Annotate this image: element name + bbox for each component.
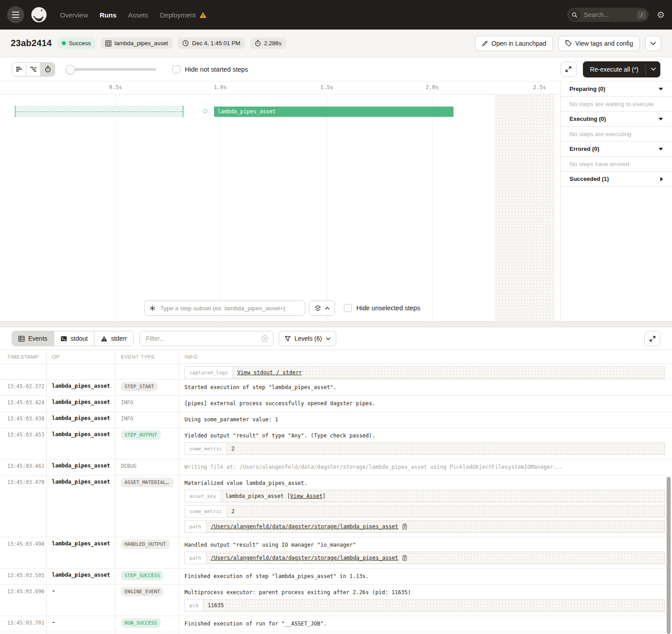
section-executing[interactable]: Executing (0) <box>561 111 672 127</box>
gantt-zoom-slider[interactable] <box>67 68 156 71</box>
log-event-type-cell: ASSET_MATERIALIZATION <box>116 476 179 537</box>
step-status-panel: Preparing (0) No steps are waiting to ex… <box>561 81 672 321</box>
bracket: ] <box>322 493 325 499</box>
tab-stderr[interactable]: stderr <box>94 331 133 346</box>
log-message: Materialized value lambda_pipes_asset. <box>184 479 665 487</box>
log-table-header: TIMESTAMP OP EVENT TYPE INFO <box>0 350 672 364</box>
status-badge[interactable]: Success <box>57 38 95 49</box>
log-info-cell: Handled output "result" using IO manager… <box>179 537 672 568</box>
checkbox-icon <box>172 65 180 73</box>
axis-tick: 2.0s <box>426 84 439 90</box>
log-timestamp: 13:45:03.696 <box>0 585 47 616</box>
global-search[interactable]: / <box>567 8 649 22</box>
caret-right-icon <box>660 177 663 181</box>
tab-stdout[interactable]: stdout <box>54 331 94 346</box>
stopwatch-icon <box>255 40 261 47</box>
gantt-footer-controls: Hide unselected steps <box>144 300 420 316</box>
metadata-key: pid <box>185 600 203 611</box>
start-time-tag: Dec 4, 1:45:01 PM <box>178 38 245 49</box>
metadata-value-text: 2 <box>231 446 235 452</box>
event-type-badge: HANDLED_OUTPUT <box>121 540 170 549</box>
slider-knob[interactable] <box>66 65 75 74</box>
tab-events[interactable]: Events <box>12 331 54 346</box>
logs-expand-button[interactable] <box>644 331 660 346</box>
log-op: - <box>47 632 116 634</box>
metadata-value-text[interactable]: /Users/alangenfeld/data/dagster/storage/… <box>211 555 398 561</box>
dagster-logo-icon[interactable] <box>30 6 47 23</box>
chevron-up-icon <box>325 307 330 310</box>
section-executing-body: No steps are executing <box>561 127 672 141</box>
hide-not-started-checkbox[interactable]: Hide not started steps <box>172 65 248 73</box>
metadata-value: View stdout / stderr <box>233 367 664 378</box>
run-actions-dropdown-button[interactable] <box>645 36 661 51</box>
log-message: Multiprocess executor: parent process ex… <box>184 588 665 596</box>
bracket: [ <box>284 493 290 499</box>
run-id: 23ab2414 <box>11 38 52 48</box>
graph-query-apply-button[interactable] <box>309 300 335 316</box>
log-filter-input[interactable] <box>145 334 261 343</box>
section-succeeded[interactable]: Succeeded (1) <box>561 171 672 187</box>
log-timestamp: 13:45:03.438 <box>0 412 47 428</box>
gantt-time-axis: 0.5s 1.0s 1.5s 2.0s 2.5s <box>0 81 560 94</box>
gantt-step-bar[interactable]: lambda_pipes_asset <box>214 107 454 117</box>
top-nav: Overview Runs Assets Deployment / ⚙ <box>0 0 672 30</box>
open-in-launchpad-button[interactable]: Open in Launchpad <box>475 36 553 51</box>
metadata-entry: some_metric2 <box>184 442 665 455</box>
levels-filter-button[interactable]: Levels (6) <box>279 331 336 346</box>
waterfall-view-button[interactable] <box>26 63 41 76</box>
metadata-key: captured_logs <box>185 367 233 378</box>
step-subset-input[interactable] <box>159 304 300 312</box>
hide-unselected-label: Hide unselected steps <box>356 304 420 312</box>
nav-right: / ⚙ <box>567 8 665 22</box>
log-timestamp: 13:45:03.498 <box>0 537 47 568</box>
section-errored[interactable]: Errored (0) <box>561 141 672 157</box>
log-info-cell: Using some_parameter value: 1 <box>179 412 672 428</box>
log-timestamp: 13:45:02.372 <box>0 380 47 395</box>
log-op: - <box>47 585 116 616</box>
metadata-value-text[interactable]: View stdout / stderr <box>237 369 302 376</box>
metadata-value-text: 11635 <box>208 602 224 608</box>
metadata-key: path <box>185 521 206 532</box>
log-row: 13:45:03.696-ENGINE_EVENTMultiprocess ex… <box>0 585 672 616</box>
caret-down-icon <box>659 118 663 120</box>
copy-path-icon[interactable] <box>402 523 407 530</box>
log-op: lambda_pipes_asset <box>47 569 116 584</box>
log-event-type-cell <box>116 364 179 379</box>
nav-item-assets[interactable]: Assets <box>128 11 148 19</box>
section-preparing-body: No steps are waiting to execute <box>561 97 672 111</box>
logs-vertical-scrollbar[interactable] <box>667 477 671 634</box>
copy-path-icon[interactable] <box>402 555 407 561</box>
log-row: 13:45:03.505lambda_pipes_assetSTEP_SUCCE… <box>0 569 672 585</box>
checkbox-icon <box>344 304 352 312</box>
clear-filter-icon[interactable] <box>261 335 269 343</box>
job-tag[interactable]: lambda_pipes_asset <box>101 38 172 49</box>
log-row: 13:45:03.453lambda_pipes_assetSTEP_OUTPU… <box>0 428 672 459</box>
expand-icon <box>649 335 656 342</box>
flat-view-button[interactable] <box>12 63 26 76</box>
metadata-key: some_metric <box>185 443 227 454</box>
gantt-toolbar: Hide not started steps Re-execute all (*… <box>0 57 672 81</box>
reexecute-dropdown-button[interactable] <box>646 61 660 77</box>
beyond-run-end-region <box>495 94 555 321</box>
log-op: lambda_pipes_asset <box>47 459 116 475</box>
nav-item-deployment[interactable]: Deployment <box>160 11 207 19</box>
run-logs-panel: Events stdout stderr <box>0 327 672 634</box>
nav-item-runs[interactable]: Runs <box>100 11 117 19</box>
nav-item-overview[interactable]: Overview <box>60 11 88 19</box>
search-input[interactable] <box>580 11 637 18</box>
clock-icon <box>182 40 189 47</box>
view-tags-config-button[interactable]: View tags and config <box>558 36 640 51</box>
settings-gear-icon[interactable]: ⚙ <box>657 10 665 19</box>
log-filter <box>139 331 274 346</box>
log-info-cell: Finished execution of run for "__ASSET_J… <box>179 616 672 632</box>
reexecute-all-button[interactable]: Re-execute all (*) <box>583 61 660 77</box>
hamburger-menu-button[interactable] <box>7 6 24 23</box>
gantt-expand-button[interactable] <box>561 62 577 77</box>
log-op: lambda_pipes_asset <box>47 476 116 537</box>
metadata-value-text[interactable]: /Users/alangenfeld/data/dagster/storage/… <box>211 523 398 530</box>
timed-view-button[interactable] <box>41 63 55 76</box>
section-preparing[interactable]: Preparing (0) <box>561 81 672 97</box>
hide-unselected-checkbox[interactable]: Hide unselected steps <box>344 304 420 312</box>
view-asset-link[interactable]: View Asset <box>290 493 322 499</box>
panel-resize-splitter[interactable] <box>0 321 672 327</box>
